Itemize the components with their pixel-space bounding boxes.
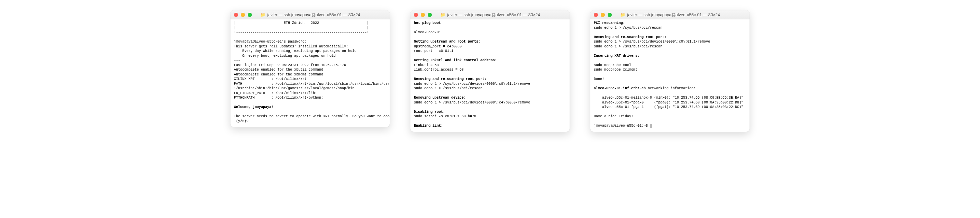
terminal-line: alveo-u55c-01-mellanox-0 (mlnx0): "10.25… (594, 95, 746, 100)
terminal-line: Inserting XRT drivers: (594, 54, 746, 59)
terminal-line: alveo-u55c-01-fpga-0 (fpga0): "10.253.74… (594, 100, 746, 105)
zoom-icon[interactable] (608, 13, 612, 17)
traffic-lights (414, 13, 432, 17)
terminal-line: :/usr/bin:/sbin:/bin:/usr/games:/usr/loc… (234, 86, 386, 91)
terminal-line: Getting upstream and root ports: (414, 40, 566, 44)
folder-icon: 📁 (620, 13, 625, 17)
terminal-line (414, 35, 566, 40)
window-title: 📁 javier — ssh jmoyapaya@alveo-u55c-01 —… (410, 13, 570, 17)
terminal-line: PCI rescanning: (594, 21, 746, 25)
terminal-line (414, 25, 566, 30)
cursor (650, 124, 652, 128)
terminal-line (594, 30, 746, 35)
terminal-line: sudo echo 1 > /sys/bus/pci/devices/0000\… (414, 82, 566, 86)
terminal-output[interactable]: | ETH Zürich - 2022 || |+---------------… (231, 19, 390, 127)
terminal-line (594, 58, 746, 63)
terminal-line (594, 82, 746, 86)
terminal-line: Autocomplete enabled for the xbutil comm… (234, 67, 386, 72)
terminal-line (414, 72, 566, 77)
terminal-line (414, 119, 566, 124)
terminal-line (594, 110, 746, 115)
terminal-line: The server needs to revert to operate wi… (234, 114, 386, 119)
terminal-line (414, 91, 566, 96)
terminal-line: jmoyapaya@alveo-u55c-01's password: (234, 40, 386, 44)
terminal-line: --- (234, 58, 386, 63)
terminal-line: Welcome, jmoyapaya! (234, 105, 386, 110)
terminal-line: upstream_port = c4:00.0 (414, 44, 566, 49)
terminal-line: PYTHONPATH : /opt/xilinx/xrt/python: (234, 95, 386, 100)
terminal-line: sudo echo 1 > /sys/bus/pci/rescan (594, 44, 746, 49)
minimize-icon[interactable] (601, 13, 605, 17)
terminal-window-1: 📁 javier — ssh jmoyapaya@alveo-u55c-01 —… (231, 10, 390, 127)
terminal-line: alveo-u55c-01.inf.ethz.ch networking inf… (594, 86, 746, 91)
window-title: 📁 javier — ssh jmoyapaya@alveo-u55c-01 —… (590, 13, 749, 17)
terminal-line: link_control_access = 68 (414, 67, 566, 72)
terminal-line: Removing and re-scanning root port: (414, 77, 566, 82)
terminal-line (414, 105, 566, 110)
titlebar[interactable]: 📁 javier — ssh jmoyapaya@alveo-u55c-01 —… (590, 10, 749, 19)
terminal-line: (y/n)? (234, 119, 386, 124)
terminal-line: Done! (594, 77, 746, 82)
titlebar[interactable]: 📁 javier — ssh jmoyapaya@alveo-u55c-01 —… (410, 10, 570, 19)
terminal-line: hot_plug_boot (414, 21, 566, 25)
close-icon[interactable] (594, 13, 598, 17)
minimize-icon[interactable] (241, 13, 245, 17)
terminal-line: Have a nice Friday! (594, 114, 746, 119)
terminal-line (594, 72, 746, 77)
terminal-line: sudo echo 1 > /sys/bus/pci/rescan (414, 86, 566, 91)
terminal-line: Enabling link: (414, 124, 566, 128)
terminal-line: sudo echo 1 > /sys/bus/pci/devices/0000\… (414, 100, 566, 105)
close-icon[interactable] (414, 13, 418, 17)
window-title-text: javier — ssh jmoyapaya@alveo-u55c-01 — 8… (267, 13, 360, 17)
terminal-line: Autocomplete enabled for the xbmgmt comm… (234, 72, 386, 77)
terminal-line (234, 110, 386, 115)
terminal-line: alveo-u55c-01 (414, 30, 566, 35)
terminal-line: Removing upstream device: (414, 95, 566, 100)
titlebar[interactable]: 📁 javier — ssh jmoyapaya@alveo-u55c-01 —… (231, 10, 390, 19)
close-icon[interactable] (234, 13, 238, 17)
terminal-line: sudo setpci -s c0:01.1 68.b=70 (414, 114, 566, 119)
terminal-line: Removing and re-scanning root port: (594, 35, 746, 40)
terminal-line: | ETH Zürich - 2022 | (234, 21, 386, 25)
terminal-line: sudo modprobe xclmgmt (594, 67, 746, 72)
zoom-icon[interactable] (428, 13, 432, 17)
terminal-line (594, 49, 746, 54)
terminal-line (234, 35, 386, 40)
minimize-icon[interactable] (421, 13, 425, 17)
terminal-line (234, 100, 386, 105)
zoom-icon[interactable] (248, 13, 252, 17)
terminal-line: alveo-u55c-01-fpga-1 (fpga1): "10.253.74… (594, 105, 746, 110)
terminal-line: jmoyapaya@alveo-u55c-01:~$ (594, 124, 746, 128)
terminal-line: LD_LIBRARY_PATH : /opt/xilinx/xrt/lib: (234, 91, 386, 96)
window-title-text: javier — ssh jmoyapaya@alveo-u55c-01 — 8… (627, 13, 720, 17)
terminal-line: XILINX_XRT : /opt/xilinx/xrt (234, 77, 386, 82)
terminal-line: root_port = c0:01.1 (414, 49, 566, 54)
terminal-line: sudo modprobe xocl (594, 63, 746, 68)
traffic-lights (594, 13, 612, 17)
terminal-line: | | (234, 25, 386, 30)
terminal-line: This server gets *all updates* installed… (234, 44, 386, 49)
terminal-line (594, 91, 746, 96)
terminal-line: LinkCtl = 58 (414, 63, 566, 68)
terminal-window-3: 📁 javier — ssh jmoyapaya@alveo-u55c-01 —… (590, 10, 749, 132)
terminal-output[interactable]: hot_plug_boot alveo-u55c-01 Getting upst… (410, 19, 570, 132)
terminal-line: sudo echo 1 > /sys/bus/pci/rescan (594, 25, 746, 30)
terminal-line (594, 119, 746, 124)
folder-icon: 📁 (440, 13, 445, 17)
terminal-line: - On every boot, excluding apt packages … (234, 54, 386, 59)
terminal-line: sudo echo 1 > /sys/bus/pci/devices/0000\… (594, 40, 746, 44)
terminal-line: +---------------------------------------… (234, 30, 386, 35)
terminal-window-2: 📁 javier — ssh jmoyapaya@alveo-u55c-01 —… (410, 10, 570, 132)
terminal-line: Getting LnkCtl and link control address: (414, 58, 566, 63)
terminal-line: Disabling root: (414, 110, 566, 115)
window-title: 📁 javier — ssh jmoyapaya@alveo-u55c-01 —… (231, 13, 390, 17)
terminal-output[interactable]: PCI rescanning:sudo echo 1 > /sys/bus/pc… (590, 19, 749, 132)
window-title-text: javier — ssh jmoyapaya@alveo-u55c-01 — 8… (447, 13, 540, 17)
folder-icon: 📁 (260, 13, 266, 17)
terminal-line: Last login: Fri Sep 9 06:23:31 2022 from… (234, 63, 386, 68)
terminal-line: - Every day while running, excluding apt… (234, 49, 386, 54)
terminal-line: PATH : /opt/xilinx/xrt/bin:/usr/local/sb… (234, 82, 386, 86)
traffic-lights (234, 13, 252, 17)
terminal-line (414, 54, 566, 59)
